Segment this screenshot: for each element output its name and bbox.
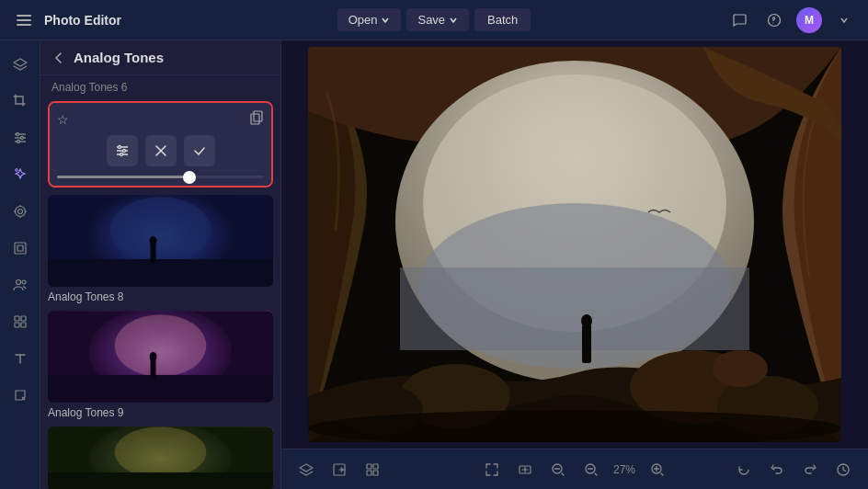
svg-rect-37 <box>151 243 156 263</box>
svg-rect-66 <box>367 471 371 475</box>
svg-rect-18 <box>17 245 23 251</box>
svg-point-12 <box>17 210 22 214</box>
svg-rect-26 <box>251 114 259 124</box>
batch-button[interactable]: Batch <box>474 8 531 31</box>
filter-item-at8[interactable]: Analog Tones 8 <box>48 195 273 303</box>
filter-confirm-button[interactable] <box>184 135 215 166</box>
back-button[interactable] <box>51 51 66 65</box>
settings-sliders-icon <box>115 143 130 158</box>
svg-rect-17 <box>15 243 26 254</box>
crop-icon <box>13 94 28 108</box>
app-title: Photo Editor <box>44 13 121 28</box>
export-icon <box>332 462 347 477</box>
actual-size-button[interactable] <box>511 456 539 483</box>
filter-slider-row <box>57 176 264 178</box>
svg-point-44 <box>150 352 157 361</box>
header-left: Photo Editor <box>11 7 337 33</box>
open-chevron-icon <box>381 16 390 25</box>
filter-card-at6[interactable]: ☆ <box>48 101 273 188</box>
svg-rect-64 <box>367 464 371 469</box>
thumbnail-cave-svg-at9 <box>48 311 273 403</box>
minus-icon <box>584 462 599 477</box>
svg-rect-43 <box>151 358 156 379</box>
avatar[interactable]: M <box>796 7 822 33</box>
retouch-icon-button[interactable] <box>4 195 37 228</box>
save-button[interactable]: Save <box>406 8 469 31</box>
close-icon <box>154 144 167 157</box>
fit-screen-button[interactable] <box>478 456 506 483</box>
filter-thumbnail-at10 <box>48 426 273 489</box>
svg-rect-24 <box>21 323 26 327</box>
icon-bar <box>0 40 40 489</box>
svg-point-38 <box>150 236 157 245</box>
help-icon <box>767 13 782 28</box>
svg-point-47 <box>115 426 207 478</box>
comment-icon-button[interactable] <box>726 7 752 33</box>
favorite-icon[interactable]: ☆ <box>57 112 69 127</box>
zoom-minus-button[interactable] <box>577 456 605 483</box>
svg-rect-22 <box>21 316 26 321</box>
header: Photo Editor Open Save Batch <box>0 0 868 40</box>
svg-point-28 <box>118 146 120 149</box>
svg-rect-36 <box>48 259 273 287</box>
rotate-ccw-button[interactable] <box>730 456 758 483</box>
svg-point-35 <box>110 197 211 263</box>
panel-subtitle: Analog Tones 6 <box>40 75 280 101</box>
history-button[interactable] <box>829 456 857 483</box>
text-icon-button[interactable] <box>4 342 37 375</box>
help-icon-button[interactable] <box>761 7 787 33</box>
check-icon <box>193 144 206 157</box>
account-chevron-button[interactable] <box>831 7 857 33</box>
filter-thumbnail-at8 <box>48 195 273 287</box>
frames-icon <box>13 241 28 256</box>
filter-intensity-slider[interactable] <box>57 176 264 178</box>
undo-icon <box>770 462 784 477</box>
svg-point-41 <box>115 314 207 377</box>
undo-button[interactable] <box>763 456 791 483</box>
svg-rect-54 <box>400 267 749 350</box>
texture-icon-button[interactable] <box>4 305 37 338</box>
svg-point-30 <box>122 150 125 153</box>
svg-point-3 <box>769 14 781 26</box>
svg-point-8 <box>20 137 23 140</box>
svg-rect-21 <box>15 316 19 321</box>
redo-button[interactable] <box>796 456 824 483</box>
svg-rect-67 <box>373 471 378 475</box>
filter-cancel-button[interactable] <box>145 135 177 166</box>
zoom-out-button[interactable] <box>544 456 572 483</box>
filter-label-at9: Analog Tones 9 <box>48 406 273 419</box>
zoom-level: 27% <box>611 463 638 476</box>
people-icon-button[interactable] <box>4 268 37 301</box>
bottom-toolbar-left <box>292 456 386 483</box>
copy-icon[interactable] <box>249 110 264 128</box>
layers-icon-button[interactable] <box>4 48 37 81</box>
frames-icon-button[interactable] <box>4 232 37 265</box>
text-icon <box>13 351 28 366</box>
crop-icon-button[interactable] <box>4 85 37 118</box>
svg-rect-0 <box>17 15 31 17</box>
svg-point-32 <box>120 154 122 156</box>
menu-button[interactable] <box>11 7 37 33</box>
filter-thumbnail-at9 <box>48 311 273 403</box>
zoom-plus-button[interactable] <box>644 456 671 483</box>
layers-bottom-button[interactable] <box>292 456 320 483</box>
filter-item-at10[interactable] <box>48 426 273 489</box>
effects-icon-button[interactable] <box>4 158 37 191</box>
photo-canvas <box>308 47 841 442</box>
svg-rect-25 <box>254 111 262 121</box>
filter-settings-button[interactable] <box>107 135 138 166</box>
export-bottom-button[interactable] <box>326 456 353 483</box>
open-button[interactable]: Open <box>337 8 402 31</box>
layers-icon <box>13 57 28 72</box>
sticker-icon-button[interactable] <box>4 379 37 412</box>
svg-point-4 <box>772 22 773 23</box>
svg-rect-48 <box>48 472 273 489</box>
grid-bottom-button[interactable] <box>359 456 386 483</box>
adjust-icon-button[interactable] <box>4 121 37 154</box>
filter-item-at9[interactable]: Analog Tones 9 <box>48 311 273 419</box>
svg-rect-42 <box>48 375 273 403</box>
filter-panel: Analog Tones Analog Tones 6 ☆ <box>40 40 281 489</box>
redo-icon <box>803 462 817 477</box>
svg-point-10 <box>17 141 19 143</box>
svg-rect-23 <box>15 323 19 327</box>
